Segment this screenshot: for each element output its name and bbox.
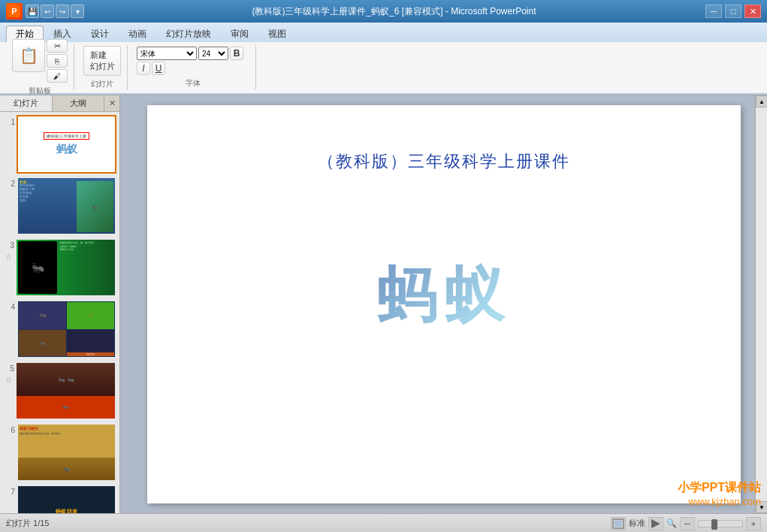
svg-text:P: P [11,7,17,16]
slide-subtitle: （教科版）三年级科学上册课件 [147,150,741,173]
maximize-btn[interactable]: □ [725,5,741,18]
right-scrollbar[interactable]: ▲ ▼ [755,95,767,513]
status-bar: 幻灯片 1/15 标准 🔍 ─ + [0,513,767,532]
slide-thumb-5[interactable]: 🐜🐜 🐜 [15,361,116,420]
underline-btn[interactable]: U [152,62,165,75]
slide-canvas[interactable]: （教科版）三年级科学上册课件 蚂蚁 [147,105,741,503]
tab-design[interactable]: 设计 [81,26,119,42]
slide-number-1: 1 [3,115,15,126]
tab-animation[interactable]: 动画 [119,26,156,42]
slide-thumbnail-3[interactable]: 3 ☆ 🐜 蚂蚁的身体分为头、胸、腹三部分...头部有一对触角...胸部有三对足… [3,238,116,297]
zoom-in-btn[interactable]: + [746,517,761,530]
tab-review[interactable]: 审阅 [221,26,258,42]
scroll-track [756,107,767,501]
minimize-btn[interactable]: ─ [705,5,722,18]
slide-thumb-3[interactable]: 🐜 蚂蚁的身体分为头、胸、腹三部分...头部有一对触角...胸部有三对足... [15,238,116,297]
more-quick-btn[interactable]: ▾ [71,5,84,18]
slide-count-info: 幻灯片 1/15 [6,518,49,529]
svg-rect-3 [615,521,622,527]
slides-tab[interactable]: 幻灯片 [0,95,53,111]
redo-quick-btn[interactable]: ↪ [56,5,69,18]
main-area: 幻灯片 大纲 ✕ 1 (教科版)三年级科学上册 蚂蚁 2 蚂蚁 [0,95,767,513]
italic-btn[interactable]: I [137,62,150,75]
ribbon-tab-bar: 开始 插入 设计 动画 幻灯片放映 审阅 视图 [0,23,767,42]
slide-thumb-6[interactable]: 蚂蚁与蚜虫 蚂蚁与蚜虫是互利的共生关系...保护蚜虫... 🐜 [17,423,116,482]
slides-panel-tabs: 幻灯片 大纲 ✕ [0,95,119,112]
view-slideshow-btn[interactable] [648,517,663,530]
zoom-out-btn[interactable]: ─ [680,517,695,530]
slide-thumb-7[interactable]: 蚂蚁 结束 感谢观看 [17,485,116,513]
watermark: 小学PPT课件站 www.kjzhan.com [678,480,761,507]
slide-thumbnail-5[interactable]: 5 ☆ 🐜🐜 🐜 [3,361,116,420]
title-bar: P 💾 ↩ ↪ ▾ (教科版)三年级科学上册课件_蚂蚁_6 [兼容模式] - M… [0,0,767,23]
slide-number-6: 6 [3,423,15,434]
slide-thumb-2[interactable]: 蚂蚁： 多年来我们...蚂蚁是一种...世界各地...科学家...我国... 🐜 [17,177,116,235]
slide-thumbnail-2[interactable]: 2 蚂蚁： 多年来我们...蚂蚁是一种...世界各地...科学家...我国...… [3,177,116,235]
zoom-slider[interactable] [698,520,743,527]
outline-tab[interactable]: 大纲 [53,95,105,111]
panel-close-btn[interactable]: ✕ [104,95,119,111]
slide-number-2: 2 [3,177,15,188]
slide-star-3: ☆ [5,249,12,261]
quick-access-toolbar: 💾 ↩ ↪ ▾ [26,5,84,18]
slide-thumbnail-4[interactable]: 4 🐜 🌿 🐜 CCTV [3,300,116,358]
slide-thumb-4[interactable]: 🐜 🌿 🐜 CCTV [17,300,116,358]
slide-thumb-1[interactable]: (教科版)三年级科学上册 蚂蚁 [17,115,116,174]
font-size-select[interactable]: 24 [198,47,228,60]
title-bar-left: P 💾 ↩ ↪ ▾ [6,3,84,20]
font-group-label: 字体 [186,78,201,89]
tab-slideshow[interactable]: 幻灯片放映 [156,26,221,42]
tab-view[interactable]: 视图 [258,26,296,42]
scroll-up-btn[interactable]: ▲ [756,95,767,107]
zoom-label: 标准 [629,518,645,529]
cut-btn[interactable]: ✂ [47,39,68,53]
clipboard-group: 📋 ✂ ⎘ 🖌 剪贴板 [6,45,74,90]
canvas-area[interactable]: （教科版）三年级科学上册课件 蚂蚁 小学PPT课件站 www.kjzhan.co… [120,95,767,513]
clipboard-label: 剪贴板 [29,86,51,96]
slide-thumbnails: 1 (教科版)三年级科学上册 蚂蚁 2 蚂蚁： 多年来我们...蚂蚁是一种...… [0,112,119,513]
slide-thumbnail-1[interactable]: 1 (教科版)三年级科学上册 蚂蚁 [3,115,116,174]
slides-group-label: 幻灯片 [91,79,113,89]
slides-panel: 幻灯片 大纲 ✕ 1 (教科版)三年级科学上册 蚂蚁 2 蚂蚁 [0,95,120,513]
font-group: 宋体 24 B I U 字体 [131,45,256,90]
slide-number-7: 7 [3,485,15,496]
app-logo: P [6,3,23,20]
slide-main-title: 蚂蚁 [147,255,741,337]
slide-thumbnail-6[interactable]: 6 蚂蚁与蚜虫 蚂蚁与蚜虫是互利的共生关系...保护蚜虫... 🐜 [3,423,116,482]
bold-btn[interactable]: B [230,47,243,60]
save-quick-btn[interactable]: 💾 [26,5,39,18]
paste-btn[interactable]: 📋 [12,39,45,72]
copy-btn[interactable]: ⎘ [47,54,68,68]
slide-number-3: 3 [2,238,14,249]
new-slide-btn[interactable]: 新建幻灯片 [83,46,121,76]
zoom-percent: 🔍 [666,518,677,528]
watermark-line1: 小学PPT课件站 [678,480,761,496]
undo-quick-btn[interactable]: ↩ [41,5,54,18]
watermark-line2: www.kjzhan.com [678,496,761,507]
view-normal-btn[interactable] [611,517,626,530]
slide-thumbnail-7[interactable]: 7 蚂蚁 结束 感谢观看 [3,485,116,513]
slide-number-5: 5 [2,361,14,373]
window-title: (教科版)三年级科学上册课件_蚂蚁_6 [兼容模式] - Microsoft P… [84,5,704,18]
close-btn[interactable]: ✕ [744,5,761,18]
status-bar-left: 幻灯片 1/15 [6,518,49,529]
font-family-select[interactable]: 宋体 [137,47,197,60]
window-controls: ─ □ ✕ [704,5,761,18]
slide-star-5: ☆ [5,373,12,384]
slide-number-4: 4 [3,300,15,311]
svg-marker-4 [651,519,660,528]
ribbon: 开始 插入 设计 动画 幻灯片放映 审阅 视图 📋 ✂ ⎘ 🖌 剪贴板 新建幻灯… [0,23,767,95]
slides-group: 新建幻灯片 幻灯片 [77,45,128,90]
format-paint-btn[interactable]: 🖌 [47,69,68,83]
status-bar-right: 标准 🔍 ─ + [611,517,761,530]
ribbon-content: 📋 ✂ ⎘ 🖌 剪贴板 新建幻灯片 幻灯片 宋体 24 [0,42,767,95]
